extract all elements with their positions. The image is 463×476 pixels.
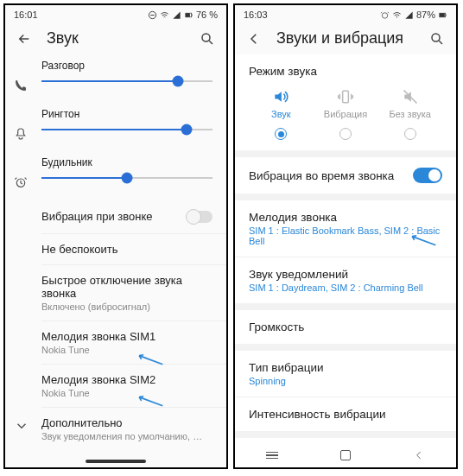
card-title: Режим звука: [249, 65, 442, 78]
mode-sound[interactable]: Звук: [249, 88, 314, 119]
svg-line-6: [209, 41, 212, 44]
ringtone-sim2-row[interactable]: Мелодия звонка SIM2 Nokia Tune: [5, 365, 226, 407]
toggle-on[interactable]: [413, 168, 442, 183]
page-title: Звуки и вибрация: [276, 29, 415, 48]
header: Звуки и вибрация: [235, 22, 456, 54]
wifi-icon: [160, 10, 169, 20]
slider-label: Разговор: [41, 60, 212, 72]
slider-label: Рингтон: [41, 108, 212, 120]
slider-track[interactable]: [41, 177, 212, 179]
chevron-down-icon: [14, 418, 29, 437]
bell-icon: [14, 127, 29, 144]
battery-pct: 87%: [416, 10, 435, 20]
dnd-row[interactable]: Не беспокоить: [5, 234, 226, 264]
svg-rect-12: [446, 14, 447, 16]
home-button[interactable]: [340, 450, 351, 460]
svg-rect-11: [440, 13, 445, 17]
vibrate-on-call-row[interactable]: Вибрация при звонке: [5, 200, 226, 233]
battery-icon: [184, 10, 193, 20]
vibration-type-row[interactable]: Тип вибрации Spinning: [235, 351, 456, 397]
more-row[interactable]: Дополнительно Звук уведомления по умолча…: [5, 408, 226, 450]
svg-point-9: [396, 16, 397, 17]
ringtone-row[interactable]: Мелодия звонка SIM 1 : Elastic Bookmark …: [235, 200, 456, 257]
notification-sound-row[interactable]: Звук уведомлений SIM 1 : Daydream, SIM 2…: [235, 257, 456, 303]
left-phone: 16:01 76 % Звук Разговор Рин: [3, 3, 228, 469]
svg-point-5: [202, 34, 210, 41]
back-button[interactable]: [16, 30, 33, 48]
status-bar: 16:03 87%: [235, 5, 456, 22]
quick-mute-row[interactable]: Быстрое отключение звука звонка Включено…: [5, 265, 226, 321]
status-time: 16:03: [244, 10, 268, 20]
alarm-icon: [14, 175, 29, 193]
speaker-icon: [272, 88, 289, 105]
phone-icon: [14, 79, 29, 96]
slider-call: Разговор: [5, 54, 226, 103]
wifi-icon: [392, 10, 402, 20]
status-bar: 16:01 76 %: [5, 5, 226, 22]
nav-bar: [235, 443, 456, 467]
page-title: Звук: [47, 29, 185, 48]
dnd-icon: [148, 10, 157, 20]
alarm-icon: [380, 10, 390, 20]
slider-alarm: Будильник: [5, 151, 226, 200]
slider-ringtone: Рингтон: [5, 103, 226, 151]
vibration-intensity-row[interactable]: Интенсивность вибрации: [235, 397, 456, 431]
battery-icon: [438, 10, 447, 20]
svg-rect-4: [192, 14, 193, 16]
volume-row[interactable]: Громкость: [235, 310, 456, 344]
vibrate-on-call-row[interactable]: Вибрация во время звонка: [235, 157, 456, 194]
svg-rect-15: [343, 91, 349, 102]
svg-point-8: [382, 12, 387, 17]
svg-rect-3: [186, 13, 190, 17]
vibrate-icon: [337, 88, 354, 105]
toggle-off[interactable]: [187, 211, 212, 223]
header: Звук: [5, 22, 226, 54]
status-time: 16:01: [14, 10, 38, 20]
svg-line-14: [439, 41, 442, 44]
radio-sound[interactable]: [275, 128, 287, 140]
label: Вибрация при звонке: [41, 210, 153, 223]
mute-icon: [402, 88, 419, 105]
search-button[interactable]: [199, 30, 216, 48]
back-button[interactable]: [245, 30, 263, 48]
back-button[interactable]: [413, 449, 425, 461]
battery-pct: 76 %: [196, 10, 218, 20]
slider-label: Будильник: [41, 156, 212, 168]
mode-vibrate[interactable]: Вибрация: [314, 88, 378, 119]
svg-point-13: [432, 34, 440, 41]
radio-mute[interactable]: [404, 128, 416, 140]
search-button[interactable]: [428, 30, 446, 48]
slider-track[interactable]: [41, 80, 212, 82]
signal-icon: [404, 10, 414, 20]
sound-mode-card: Режим звука Звук Вибрация Без звука: [235, 54, 456, 150]
right-phone: 16:03 87% Звуки и вибрация Режим звука З…: [233, 3, 458, 469]
slider-track[interactable]: [41, 129, 212, 130]
ringtone-sim1-row[interactable]: Мелодия звонка SIM1 Nokia Tune: [5, 321, 226, 364]
nav-bar[interactable]: [5, 455, 226, 467]
radio-vibrate[interactable]: [339, 128, 352, 140]
signal-icon: [172, 10, 181, 20]
mode-mute[interactable]: Без звука: [377, 88, 442, 119]
recent-button[interactable]: [266, 452, 278, 460]
